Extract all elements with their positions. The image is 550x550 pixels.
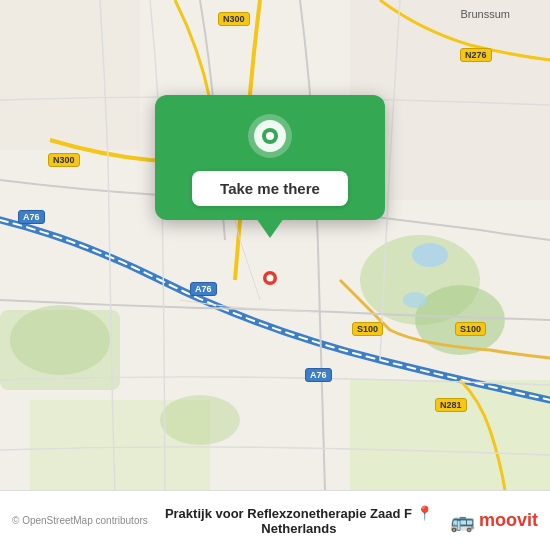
moovit-logo: 🚌 moovit — [450, 509, 538, 533]
moovit-icon: 🚌 — [450, 509, 475, 533]
bottom-bar: © OpenStreetMap contributors Praktijk vo… — [0, 490, 550, 550]
svg-point-9 — [403, 292, 427, 308]
place-name-text: Praktijk voor Reflexzonetherapie Zaad F … — [148, 505, 450, 536]
road-label-n300-left: N300 — [48, 153, 80, 167]
road-label-s100-2: S100 — [455, 322, 486, 336]
road-label-s100-1: S100 — [352, 322, 383, 336]
location-popup: Take me there — [155, 95, 385, 220]
svg-point-4 — [10, 305, 110, 375]
svg-point-17 — [266, 132, 274, 140]
svg-point-13 — [267, 275, 274, 282]
svg-point-8 — [412, 243, 448, 267]
map-container: Brunssum A76 A76 A76 N300 N300 N298 N276… — [0, 0, 550, 490]
road-label-n281: N281 — [435, 398, 467, 412]
road-label-a76-mid: A76 — [190, 282, 217, 296]
city-label: Brunssum — [460, 8, 510, 20]
svg-rect-11 — [0, 0, 140, 150]
attribution-text: © OpenStreetMap contributors — [12, 515, 148, 526]
road-label-n300-top: N300 — [218, 12, 250, 26]
location-pin-icon — [247, 113, 293, 159]
road-label-a76-east: A76 — [305, 368, 332, 382]
svg-point-2 — [415, 285, 505, 355]
moovit-text: moovit — [479, 510, 538, 531]
road-label-n276: N276 — [460, 48, 492, 62]
take-me-there-button[interactable]: Take me there — [192, 171, 348, 206]
svg-point-6 — [160, 395, 240, 445]
road-label-a76-west: A76 — [18, 210, 45, 224]
